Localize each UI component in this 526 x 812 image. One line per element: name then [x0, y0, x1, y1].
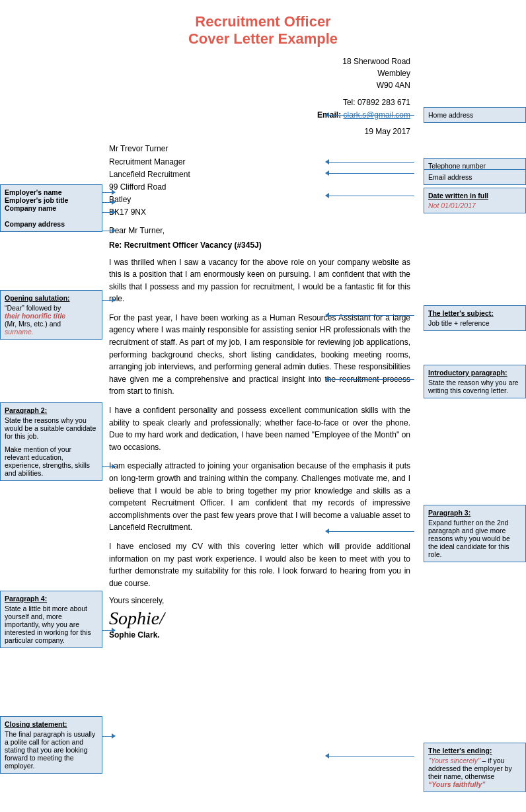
arrow-employer-title: [102, 202, 112, 203]
subject-title: The letter's subject:: [428, 309, 521, 317]
date-written-title: Date written in full: [428, 192, 521, 200]
opening-salutation-annotation: Opening salutation: “Dear” followed by t…: [0, 290, 102, 340]
email-label: Email address: [428, 173, 472, 181]
closing-text: Yours sincerely,: [109, 596, 164, 605]
employer-line3: Company name: [5, 204, 98, 212]
arrow-para3: [328, 531, 414, 532]
intro-annotation: Introductory paragraph: State the reason…: [424, 365, 526, 398]
closing-phrase: Yours sincerely,: [109, 596, 410, 605]
date-written-note: Not 01/01/2017: [428, 202, 476, 209]
employer-annotation: Employer's name Employer's job title Com…: [0, 184, 102, 232]
ending-text1: "Yours sincerely" – if you addressed the…: [428, 757, 521, 780]
title-area: Recruitment Officer Cover Letter Example: [0, 13, 526, 48]
title-line1: Recruitment Officer: [0, 13, 526, 30]
closing-text: The final paragraph is usually a polite …: [5, 730, 95, 770]
full-name: Sophie Clark.: [109, 630, 410, 640]
employer-line1: Employer's name: [5, 188, 98, 196]
subject-line: Re: Recruitment Officer Vacancy (#345J): [109, 240, 410, 250]
para3-title: Paragraph 3:: [428, 509, 521, 517]
arrow-employer-name: [102, 192, 112, 193]
date-annotation: Date written in full Not 01/01/2017: [424, 188, 526, 213]
paragraph-1: I was thrilled when I saw a vacancy for …: [109, 256, 410, 305]
arrow-salutation: [102, 300, 112, 301]
email-annotation: Email address: [424, 169, 526, 185]
arrow-para4: [102, 630, 112, 631]
home-address-label: Home address: [428, 111, 473, 119]
date-block: 19 May 2017: [109, 127, 410, 136]
employer-line4: Company address: [5, 220, 98, 228]
address-block: 18 Sherwood Road Wembley W90 4AN: [109, 55, 410, 91]
intro-title: Introductory paragraph:: [428, 369, 521, 377]
letter-area: 18 Sherwood Road Wembley W90 4AN Tel: 07…: [109, 55, 410, 640]
para2-title: Paragraph 2:: [5, 406, 98, 414]
arrow-company-name: [102, 212, 112, 213]
para4-text: State a little bit more about yourself a…: [5, 605, 91, 644]
address-line2: Wembley: [109, 67, 410, 79]
arrow-subject: [328, 315, 414, 316]
opening-salutation-text2: their honorific title: [5, 312, 65, 320]
arrow-telephone: [328, 162, 414, 163]
ending-title: The letter's ending:: [428, 747, 521, 755]
para4-annotation: Paragraph 4: State a little bit more abo…: [0, 591, 102, 648]
subject-text: Job title + reference: [428, 319, 490, 327]
recipient-company: Lancefield Recruitment: [109, 168, 410, 181]
opening-salutation-title: Opening salutation:: [5, 294, 98, 302]
opening-salutation-text4: surname.: [5, 328, 34, 336]
page: Recruitment Officer Cover Letter Example…: [0, 0, 526, 812]
arrow-closing: [102, 736, 112, 737]
arrow-para2: [102, 466, 112, 467]
arrow-company-address: [102, 231, 112, 231]
signature-block: Sophie/: [109, 608, 410, 629]
para4-title: Paragraph 4:: [5, 595, 98, 603]
signature-script: Sophie/: [109, 608, 410, 629]
para4-text: I am especially attracted to joining you…: [109, 461, 410, 532]
para2-text1: State the reasons why you would be a sui…: [5, 416, 98, 440]
recipient-name: Mr Trevor Turner: [109, 143, 410, 155]
intro-text: State the reason why you are writing thi…: [428, 379, 519, 394]
address-line1: 18 Sherwood Road: [109, 55, 410, 67]
closing-annotation: Closing statement: The final paragraph i…: [0, 716, 102, 774]
para3-annotation: Paragraph 3: Expand further on the 2nd p…: [424, 505, 526, 562]
paragraph-3: I have a confident personality and posse…: [109, 404, 410, 453]
para2-text: For the past year, I have been working a…: [109, 313, 410, 396]
ending-text1-italic: "Yours sincerely": [428, 757, 480, 764]
address-line3: W90 4AN: [109, 79, 410, 91]
recipient-address1: 99 Clifford Road: [109, 181, 410, 194]
opening-salutation-text1: “Dear” followed by: [5, 304, 61, 312]
arrow-home-address: [328, 115, 414, 116]
date-text: 19 May 2017: [365, 127, 410, 136]
arrow-email: [328, 173, 414, 174]
contact-block: Tel: 07892 283 671 Email: clark.s@gmail.…: [109, 96, 410, 122]
paragraph-2: For the past year, I have been working a…: [109, 312, 410, 398]
section-wrapper: Employer's name Employer's job title Com…: [0, 55, 526, 782]
ending-annotation: The letter's ending: "Yours sincerely" –…: [424, 743, 526, 792]
tel-line: Tel: 07892 283 671: [109, 96, 410, 109]
salutation-text: Dear Mr Turner,: [109, 226, 165, 235]
paragraph-5: I have enclosed my CV with this covering…: [109, 540, 410, 589]
para2-text2: Make mention of your relevant education,…: [5, 445, 98, 477]
para5-text: I have enclosed my CV with this covering…: [109, 542, 410, 588]
para3-text: I have a confident personality and posse…: [109, 406, 410, 452]
salutation: Dear Mr Turner,: [109, 226, 410, 235]
arrow-date: [328, 196, 414, 196]
paragraph-4: I am especially attracted to joining you…: [109, 460, 410, 534]
arrow-intro: [328, 379, 414, 380]
closing-title: Closing statement:: [5, 720, 98, 728]
ending-text2: “Yours faithfully”: [428, 780, 486, 788]
para2-annotation: Paragraph 2: State the reasons why you w…: [0, 402, 102, 481]
employer-line2: Employer's job title: [5, 196, 98, 204]
para1-text: I was thrilled when I saw a vacancy for …: [109, 258, 410, 304]
para3-text: Expand further on the 2nd paragraph and …: [428, 519, 510, 558]
subject-annotation: The letter's subject: Job title + refere…: [424, 305, 526, 331]
recipient-block: Mr Trevor Turner Recruitment Manager Lan…: [109, 143, 410, 219]
title-line2: Cover Letter Example: [0, 30, 526, 48]
arrow-ending: [328, 756, 414, 757]
recipient-address3: BK17 9NX: [109, 206, 410, 219]
subject-text: Re: Recruitment Officer Vacancy (#345J): [109, 240, 262, 250]
home-address-annotation: Home address: [424, 107, 526, 123]
opening-salutation-text3: (Mr, Mrs, etc.) and: [5, 320, 61, 328]
